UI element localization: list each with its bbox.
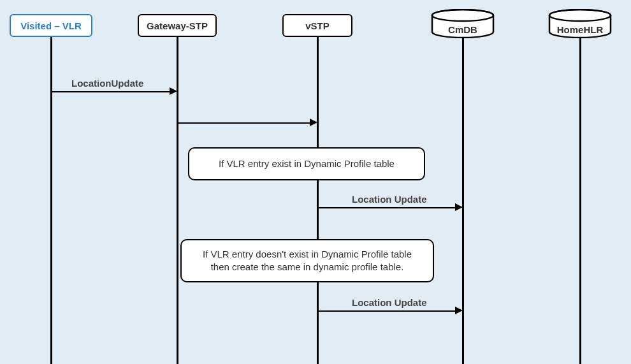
- note-vlr-entry-not-exists: If VLR entry doesn't exist in Dynamic Pr…: [180, 239, 434, 282]
- participant-label: HomeHLR: [548, 24, 612, 35]
- participant-label: CmDB: [431, 24, 495, 35]
- lifeline-gateway-stp: [177, 37, 178, 364]
- message-label: LocationUpdate: [71, 78, 143, 89]
- note-text: If VLR entry exist in Dynamic Profile ta…: [219, 157, 395, 170]
- lifeline-vstp: [317, 37, 319, 364]
- participant-cmdb: CmDB: [431, 9, 495, 38]
- note-text: If VLR entry doesn't exist in Dynamic Pr…: [193, 248, 421, 274]
- lifeline-homehlr: [579, 37, 581, 364]
- participant-vstp: vSTP: [282, 14, 352, 37]
- lifeline-visited-vlr: [50, 37, 52, 364]
- participant-label: Visited – VLR: [20, 20, 82, 31]
- message-label: Location Update: [352, 297, 427, 308]
- sequence-diagram: Visited – VLR Gateway-STP vSTP CmDB Home…: [0, 0, 631, 364]
- participant-visited-vlr: Visited – VLR: [10, 14, 92, 37]
- participant-homehlr: HomeHLR: [548, 9, 612, 38]
- participant-label: vSTP: [305, 20, 330, 31]
- lifeline-cmdb: [462, 37, 464, 364]
- participant-gateway-stp: Gateway-STP: [138, 14, 217, 37]
- participant-label: Gateway-STP: [147, 20, 208, 31]
- message-label: Location Update: [352, 194, 427, 205]
- note-vlr-entry-exists: If VLR entry exist in Dynamic Profile ta…: [188, 147, 425, 180]
